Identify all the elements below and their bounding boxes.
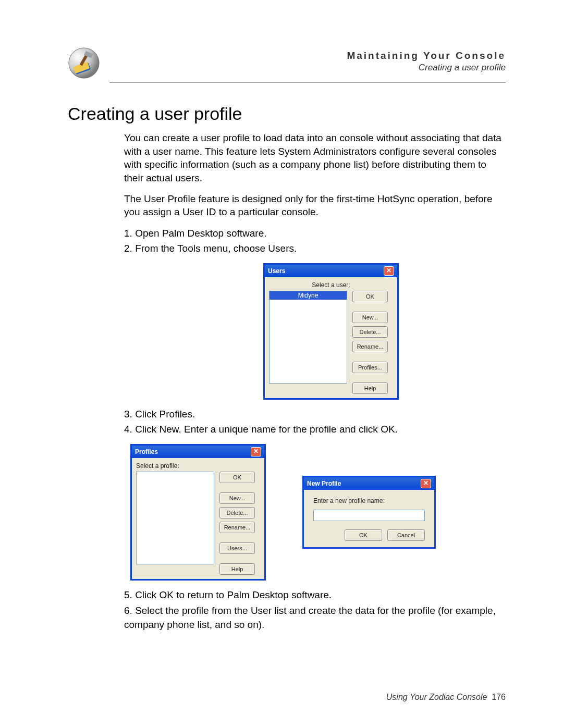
steps-list: Open Palm Desktop software. From the Too…: [124, 226, 506, 256]
rename-button[interactable]: Rename...: [352, 341, 388, 352]
help-button[interactable]: Help: [219, 563, 255, 575]
step-3: Click Profiles.: [124, 407, 506, 422]
cancel-button[interactable]: Cancel: [387, 529, 425, 541]
ok-button[interactable]: OK: [219, 472, 255, 483]
profiles-listbox[interactable]: [136, 472, 214, 564]
list-item[interactable]: Midyne: [270, 291, 347, 300]
tools-icon: [68, 47, 100, 79]
profiles-dialog-title: Profiles: [135, 448, 158, 455]
ok-button[interactable]: OK: [345, 529, 382, 541]
users-dialog: Users ✕ Select a user: Midyne OK New... …: [263, 263, 399, 400]
section-title: Creating a user profile: [68, 104, 506, 124]
breadcrumb: Creating a user profile: [109, 63, 506, 73]
ok-button[interactable]: OK: [352, 291, 388, 302]
profiles-dialog: Profiles ✕ Select a profile: OK New... D…: [130, 444, 266, 581]
close-icon[interactable]: ✕: [251, 447, 261, 456]
users-select-label: Select a user:: [269, 281, 393, 289]
profile-name-input[interactable]: [313, 510, 425, 521]
step-4: Click New. Enter a unique name for the p…: [124, 422, 506, 437]
page-header: Maintaining Your Console Creating a user…: [68, 47, 506, 79]
chapter-title: Maintaining Your Console: [109, 50, 506, 61]
step-2: From the Tools menu, choose Users.: [124, 241, 506, 256]
intro-block: You can create a user profile to load da…: [124, 131, 506, 219]
steps-list-3: Click OK to return to Palm Desktop softw…: [124, 588, 506, 632]
page-number: 176: [492, 693, 506, 701]
delete-button[interactable]: Delete...: [352, 326, 388, 338]
users-dialog-title: Users: [268, 267, 285, 275]
new-button[interactable]: New...: [352, 312, 388, 323]
close-icon[interactable]: ✕: [421, 479, 431, 488]
rename-button[interactable]: Rename...: [219, 522, 255, 533]
header-rule: [109, 82, 506, 83]
help-button[interactable]: Help: [352, 382, 388, 394]
step-1: Open Palm Desktop software.: [124, 226, 506, 241]
footer-text: Using Your Zodiac Console: [386, 693, 487, 701]
new-profile-dialog-title: New Profile: [307, 480, 341, 487]
close-icon[interactable]: ✕: [384, 266, 394, 276]
step-5: Click OK to return to Palm Desktop softw…: [124, 588, 506, 602]
profiles-select-label: Select a profile:: [136, 462, 260, 470]
intro-p1: You can create a user profile to load da…: [124, 131, 506, 185]
new-profile-label: Enter a new profile name:: [313, 497, 425, 504]
steps-list-2: Click Profiles. Click New. Enter a uniqu…: [124, 407, 506, 437]
users-button[interactable]: Users...: [219, 542, 255, 554]
new-button[interactable]: New...: [219, 492, 255, 504]
delete-button[interactable]: Delete...: [219, 507, 255, 519]
new-profile-dialog: New Profile ✕ Enter a new profile name: …: [302, 476, 436, 549]
profiles-button[interactable]: Profiles...: [352, 362, 388, 373]
intro-p2: The User Profile feature is designed onl…: [124, 192, 506, 219]
users-listbox[interactable]: Midyne: [269, 291, 347, 384]
page-footer: Using Your Zodiac Console 176: [386, 693, 506, 702]
step-6: Select the profile from the User list an…: [124, 603, 506, 632]
